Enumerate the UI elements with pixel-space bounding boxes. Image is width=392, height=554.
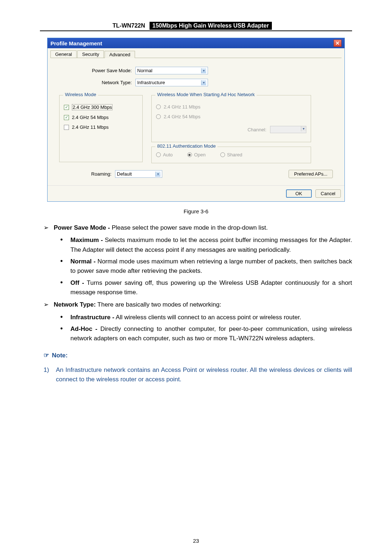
tab-panel-advanced: Power Save Mode: Normal ▾ Network Type: …	[50, 58, 342, 182]
psm-text: Please select the power save mode in the…	[110, 224, 268, 231]
off-text: Turns power saving off, thus powering up…	[70, 279, 352, 296]
checkbox-unchecked-icon: ✓	[64, 125, 69, 130]
wm-54-checkbox[interactable]: ✓ 2.4 GHz 54 Mbps	[64, 115, 138, 120]
wm-11-checkbox[interactable]: ✓ 2.4 GHz 11 Mbps	[64, 124, 138, 130]
dialog-title: Profile Management	[50, 40, 102, 46]
tab-general[interactable]: General	[50, 50, 77, 58]
adhoc-11-label: 2.4 GHz 11 Mbps	[164, 104, 200, 110]
norm-text: Normal mode uses maximum when retrieving…	[70, 258, 352, 274]
off-title: Off -	[70, 279, 84, 286]
adhoc-title: Ad-Hoc -	[70, 325, 97, 332]
auth-auto-label: Auto	[163, 152, 173, 157]
power-save-value: Normal	[137, 68, 152, 73]
infra-text: All wireless clients will connect to an …	[114, 314, 301, 321]
channel-label: Channel:	[248, 127, 266, 132]
ok-button[interactable]: OK	[286, 189, 312, 198]
power-save-select[interactable]: Normal ▾	[135, 67, 208, 74]
checkbox-checked-icon: ✓	[64, 105, 69, 110]
note-label: Note:	[52, 352, 68, 359]
adhoc-54-radio: 2.4 GHz 54 Mbps	[156, 114, 306, 119]
bullet-icon: •	[60, 313, 70, 322]
bullet-icon: •	[60, 235, 70, 255]
radio-icon	[156, 152, 161, 157]
bullet-icon: •	[60, 278, 70, 297]
cancel-button[interactable]: Cancel	[315, 189, 341, 198]
auth-shared-radio: Shared	[220, 152, 242, 157]
roaming-label: Roaming:	[59, 171, 111, 177]
body-text: ➢Power Save Mode - Please select the pow…	[40, 223, 352, 385]
bullet-icon: ➢	[44, 223, 54, 233]
adhoc-54-label: 2.4 GHz 54 Mbps	[164, 114, 200, 119]
bullet-icon: •	[60, 257, 70, 276]
auth-legend: 802.11 Authentication Mode	[155, 143, 217, 149]
adhoc-text: Directly connecting to another computer,…	[70, 325, 352, 342]
wm-300-checkbox[interactable]: ✓ 2.4 GHz 300 Mbps	[64, 104, 138, 110]
product-name: 150Mbps High Gain Wireless USB Adapter	[150, 22, 272, 30]
chevron-down-icon: ▾	[201, 68, 206, 73]
checkbox-checked-icon: ✓	[64, 115, 69, 120]
adhoc-legend: Wireless Mode When Starting Ad Hoc Netwo…	[155, 92, 257, 97]
roaming-select[interactable]: Default ▾	[115, 170, 162, 178]
adhoc-11-radio: 2.4 GHz 11 Mbps	[156, 104, 306, 110]
radio-icon	[220, 152, 225, 157]
norm-title: Normal -	[70, 258, 95, 265]
dialog-titlebar: Profile Management ✕	[48, 38, 344, 48]
psm-title: Power Save Mode -	[54, 224, 110, 231]
infra-title: Infrastructure -	[70, 314, 114, 321]
tab-security[interactable]: Security	[77, 50, 104, 58]
bullet-icon: •	[60, 324, 70, 344]
radio-selected-icon	[187, 152, 192, 157]
preferred-aps-button[interactable]: Preferred APs...	[289, 170, 333, 178]
network-type-value: Infrastructure	[137, 80, 165, 85]
auth-auto-radio: Auto	[156, 152, 173, 157]
note-text: An Infrastructure network contains an Ac…	[56, 365, 352, 385]
chevron-down-icon: ▾	[301, 126, 306, 131]
profile-management-dialog: Profile Management ✕ General Security Ad…	[47, 38, 345, 202]
bullet-icon: ➢	[44, 300, 54, 309]
tab-advanced[interactable]: Advanced	[105, 51, 135, 58]
auth-open-label: Open	[194, 152, 206, 157]
nt-text: There are basically two modes of network…	[96, 301, 221, 308]
roaming-value: Default	[117, 171, 132, 177]
figure-caption: Figure 3-6	[40, 208, 352, 214]
radio-icon	[156, 114, 161, 119]
tab-strip: General Security Advanced	[48, 48, 344, 58]
max-text: Selects maximum mode to let the access p…	[70, 237, 352, 253]
pointing-hand-icon: ☞	[44, 352, 49, 359]
adhoc-mode-group: Wireless Mode When Starting Ad Hoc Netwo…	[151, 95, 311, 142]
chevron-down-icon: ▾	[155, 172, 160, 177]
network-type-label: Network Type:	[59, 80, 132, 85]
wireless-mode-legend: Wireless Mode	[63, 92, 98, 97]
wireless-mode-group: Wireless Mode ✓ 2.4 GHz 300 Mbps ✓ 2.4 G…	[59, 95, 143, 162]
page-number: 23	[0, 538, 392, 544]
radio-icon	[156, 104, 161, 109]
wm-54-label: 2.4 GHz 54 Mbps	[72, 115, 109, 120]
nt-title: Network Type:	[54, 301, 96, 308]
auth-mode-group: 802.11 Authentication Mode Auto Open Sha…	[151, 147, 311, 163]
network-type-select[interactable]: Infrastructure ▾	[135, 79, 208, 86]
auth-open-radio: Open	[187, 152, 206, 157]
model-number: TL-WN722N	[113, 22, 145, 29]
close-icon[interactable]: ✕	[334, 40, 342, 47]
max-title: Maximum -	[70, 237, 103, 243]
wm-300-label: 2.4 GHz 300 Mbps	[72, 104, 113, 110]
document-header: TL-WN722N 150Mbps High Gain Wireless USB…	[40, 22, 352, 31]
note-heading: ☞Note:	[44, 351, 352, 360]
wm-11-label: 2.4 GHz 11 Mbps	[72, 124, 109, 130]
auth-shared-label: Shared	[227, 152, 242, 157]
note-number: 1)	[44, 365, 56, 385]
channel-select: ▾	[270, 126, 306, 133]
power-save-label: Power Save Mode:	[59, 68, 132, 73]
chevron-down-icon: ▾	[201, 80, 206, 85]
